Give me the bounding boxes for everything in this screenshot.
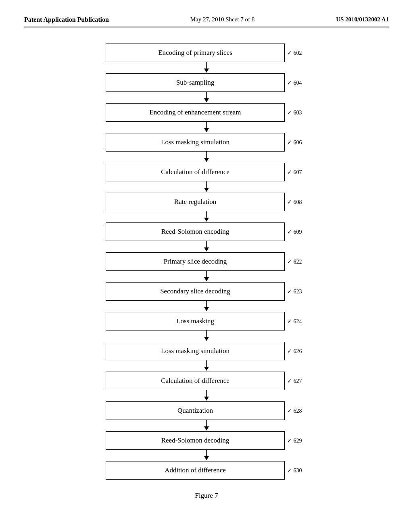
ref-label-626: ✓ 626: [287, 348, 307, 355]
ref-label-627: ✓ 627: [287, 378, 307, 384]
flow-row-609: Reed-Solomon encoding✓ 609: [106, 222, 307, 241]
flow-box-622: Primary slice decoding: [106, 252, 285, 271]
flow-row-623: Secondary slice decoding✓ 623: [106, 282, 307, 301]
flow-row-629: Reed-Solomon decoding✓ 629: [106, 431, 307, 450]
header-date-sheet: May 27, 2010 Sheet 7 of 8: [190, 16, 255, 23]
flow-row-628: Quantization✓ 628: [106, 401, 307, 420]
flow-box-628: Quantization: [106, 401, 285, 420]
ref-label-607: ✓ 607: [287, 169, 307, 176]
page-header: Patent Application Publication May 27, 2…: [24, 16, 389, 27]
arrow-6: [106, 241, 307, 252]
svg-marker-3: [204, 98, 209, 102]
flow-box-604: Sub-sampling: [106, 73, 285, 92]
flow-row-606: Loss masking simulation✓ 606: [106, 133, 307, 152]
flow-box-609: Reed-Solomon encoding: [106, 222, 285, 241]
ref-label-629: ✓ 629: [287, 437, 307, 444]
arrow-8: [106, 301, 307, 312]
arrow-10: [106, 360, 307, 372]
ref-label-609: ✓ 609: [287, 229, 307, 235]
flow-row-630: Addition of difference✓ 630: [106, 461, 307, 480]
arrow-12: [106, 420, 307, 431]
flow-row-627: Calculation of difference✓ 627: [106, 372, 307, 390]
arrow-3: [106, 152, 307, 163]
flow-box-630: Addition of difference: [106, 461, 285, 480]
header-publication-label: Patent Application Publication: [24, 16, 109, 23]
ref-label-606: ✓ 606: [287, 139, 307, 146]
svg-marker-19: [204, 337, 209, 341]
svg-marker-13: [204, 247, 209, 251]
ref-label-608: ✓ 608: [287, 199, 307, 206]
svg-marker-1: [204, 69, 209, 73]
header-patent-number: US 2010/0132002 A1: [336, 16, 389, 23]
arrow-2: [106, 122, 307, 133]
flow-row-603: Encoding of enhancement stream✓ 603: [106, 103, 307, 122]
figure-caption: Figure 7: [195, 492, 218, 500]
ref-label-604: ✓ 604: [287, 79, 307, 86]
svg-marker-21: [204, 367, 209, 371]
page: Patent Application Publication May 27, 2…: [0, 0, 413, 532]
flow-row-608: Rate regulation✓ 608: [106, 193, 307, 211]
svg-marker-25: [204, 426, 209, 430]
flow-row-622: Primary slice decoding✓ 622: [106, 252, 307, 271]
arrow-5: [106, 211, 307, 222]
arrow-4: [106, 181, 307, 193]
flowchart: Encoding of primary slices✓ 602 Sub-samp…: [106, 44, 307, 480]
ref-label-602: ✓ 602: [287, 50, 307, 56]
ref-label-603: ✓ 603: [287, 109, 307, 116]
svg-marker-23: [204, 397, 209, 401]
flow-box-603: Encoding of enhancement stream: [106, 103, 285, 122]
arrow-13: [106, 450, 307, 461]
flow-box-608: Rate regulation: [106, 193, 285, 211]
flow-box-624: Loss masking: [106, 312, 285, 330]
svg-marker-27: [204, 456, 209, 460]
svg-marker-15: [204, 277, 209, 281]
arrow-9: [106, 330, 307, 342]
svg-marker-7: [204, 158, 209, 162]
ref-label-630: ✓ 630: [287, 467, 307, 474]
ref-label-622: ✓ 622: [287, 258, 307, 265]
diagram-area: Encoding of primary slices✓ 602 Sub-samp…: [24, 44, 389, 500]
ref-label-623: ✓ 623: [287, 288, 307, 295]
flow-row-602: Encoding of primary slices✓ 602: [106, 44, 307, 62]
svg-marker-9: [204, 188, 209, 192]
flow-box-607: Calculation of difference: [106, 163, 285, 181]
flow-row-624: Loss masking✓ 624: [106, 312, 307, 330]
arrow-7: [106, 271, 307, 282]
flow-row-626: Loss masking simulation✓ 626: [106, 342, 307, 360]
svg-marker-11: [204, 218, 209, 222]
flow-box-602: Encoding of primary slices: [106, 44, 285, 62]
arrow-1: [106, 92, 307, 103]
flow-row-607: Calculation of difference✓ 607: [106, 163, 307, 181]
ref-label-628: ✓ 628: [287, 407, 307, 414]
flow-box-623: Secondary slice decoding: [106, 282, 285, 301]
flow-box-627: Calculation of difference: [106, 372, 285, 390]
flow-box-626: Loss masking simulation: [106, 342, 285, 360]
arrow-0: [106, 62, 307, 73]
svg-marker-5: [204, 128, 209, 132]
flow-box-606: Loss masking simulation: [106, 133, 285, 152]
flow-row-604: Sub-sampling✓ 604: [106, 73, 307, 92]
arrow-11: [106, 390, 307, 401]
flow-box-629: Reed-Solomon decoding: [106, 431, 285, 450]
svg-marker-17: [204, 307, 209, 311]
ref-label-624: ✓ 624: [287, 318, 307, 325]
